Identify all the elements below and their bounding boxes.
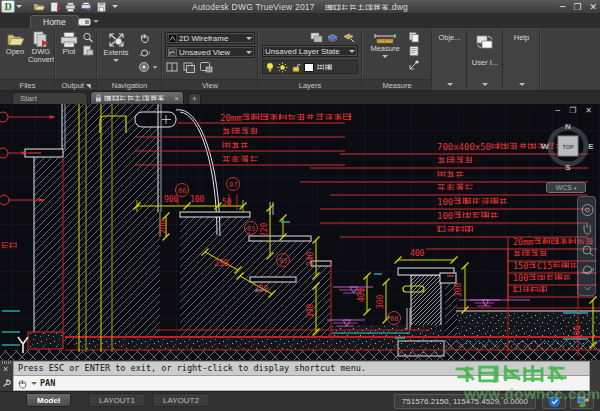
ucs-icon <box>16 335 32 355</box>
doc-minimize-icon[interactable]: ─ <box>555 106 560 115</box>
plot-button[interactable]: Plot <box>58 31 80 56</box>
ribbon-panel-user-interface[interactable]: User I... <box>467 28 503 90</box>
file-tab-start[interactable]: Start <box>12 92 88 104</box>
navigation-bar[interactable] <box>577 196 596 296</box>
orbit-icon[interactable] <box>138 47 151 59</box>
panel-label-measure[interactable]: Measure <box>362 79 432 90</box>
viewcube[interactable]: TOP N S E W <box>541 120 595 176</box>
user-interface-dropdown-icon[interactable] <box>482 83 488 86</box>
svg-text:m: m <box>236 113 241 123</box>
layout1-tab[interactable]: LAYOUT1 <box>88 393 146 407</box>
command-palette-rail[interactable]: × <box>0 360 13 391</box>
svg-text:0: 0 <box>573 325 582 330</box>
layer-dropdown[interactable] <box>262 60 358 74</box>
measure-button[interactable]: Measure <box>368 31 402 58</box>
open-button[interactable]: Open <box>3 31 27 56</box>
zoom-extents-button[interactable]: Extents <box>101 31 131 62</box>
pan-hand-icon <box>17 378 28 389</box>
viewcube-south[interactable]: S <box>565 163 571 172</box>
list-icon[interactable] <box>408 45 420 57</box>
window-title-app: Autodesk DWG TrueView 2017 <box>192 2 315 12</box>
navigation-wheel-icon[interactable] <box>138 61 151 73</box>
drawing-canvas[interactable]: 20mm700x400x5010010020mm150C151009001005… <box>0 104 600 360</box>
ribbon-style-icon <box>78 18 91 26</box>
layer-unlock-icon <box>291 62 301 73</box>
active-command-label: PAN <box>40 377 55 390</box>
ribbon-panel-view: 2D Wireframe Unsaved View Vie <box>162 28 258 90</box>
window-title-filename: .dwg <box>325 2 408 12</box>
nav-more-icon[interactable] <box>585 287 591 290</box>
help-panel-dropdown-icon[interactable] <box>519 83 525 86</box>
file-tab-drawing-label <box>104 94 165 103</box>
layer-properties-icon[interactable] <box>310 31 323 43</box>
join-viewport-icon[interactable] <box>199 61 213 73</box>
layer-state-dropdown[interactable]: Unsaved Layer State <box>262 45 358 57</box>
nav-wheel-icon[interactable] <box>582 205 593 216</box>
panel-label-view[interactable]: View <box>162 79 258 90</box>
svg-text:7: 7 <box>233 181 237 189</box>
nav-zoom-icon[interactable] <box>583 246 591 254</box>
extents-dropdown-icon[interactable] <box>113 59 119 62</box>
output-dialog-launcher-icon[interactable]: ◥ <box>86 83 91 89</box>
layout2-tab[interactable]: LAYOUT2 <box>152 393 210 407</box>
ribbon: Open DWG Convert Files <box>0 28 600 91</box>
named-view-dropdown[interactable]: Unsaved View <box>165 46 255 58</box>
id-point-icon[interactable] <box>408 59 420 71</box>
wheel-dropdown-icon[interactable] <box>153 66 158 68</box>
title-bar: D Autodesk DWG TrueView 2017.dwg <box>0 0 600 14</box>
layer-thaw-sun-icon <box>277 62 288 73</box>
nav-pan-icon[interactable] <box>584 223 591 234</box>
close-button[interactable]: ✕ <box>589 2 597 12</box>
ribbon-tab-home[interactable]: Home <box>30 15 79 28</box>
export-pdf-icon[interactable] <box>82 45 94 56</box>
wrench-icon[interactable] <box>2 379 11 388</box>
new-tab-button[interactable]: + <box>188 93 201 104</box>
panel-label-object: Obje... <box>432 33 467 42</box>
svg-text:0: 0 <box>174 195 179 204</box>
panel-label-output[interactable]: Output ◥ <box>55 79 97 90</box>
ribbon-options-button[interactable] <box>78 17 100 26</box>
ribbon-panel-help[interactable]: Help <box>503 28 540 90</box>
quick-select-icon[interactable] <box>408 31 420 43</box>
measure-dropdown-icon[interactable] <box>382 55 388 58</box>
named-viewport-icon[interactable] <box>182 61 195 73</box>
svg-text:0: 0 <box>260 222 269 227</box>
pan-icon[interactable] <box>138 32 151 44</box>
model-tab[interactable]: Model <box>26 393 71 407</box>
preview-icon[interactable] <box>82 32 94 43</box>
wcs-dropdown[interactable]: WCS ▾ <box>546 182 586 193</box>
ribbon-panel-object[interactable]: Obje... <box>432 28 467 90</box>
plot-icon <box>59 31 79 48</box>
svg-text:0: 0 <box>448 211 453 221</box>
svg-text:0: 0 <box>306 303 315 308</box>
document-window-controls: ─ ❐ ✕ <box>555 106 592 115</box>
svg-text:6: 6 <box>182 187 186 195</box>
command-options-arrow-icon[interactable] <box>31 382 37 385</box>
graphics-performance-button[interactable] <box>542 394 566 409</box>
command-close-icon[interactable]: × <box>3 365 8 374</box>
panel-label-files[interactable]: Files <box>0 79 55 90</box>
panel-label-layers[interactable]: Layers <box>258 79 362 90</box>
isolate-objects-button[interactable] <box>570 394 594 409</box>
visual-style-dropdown[interactable]: 2D Wireframe <box>165 32 255 44</box>
ribbon-panel-files: Open DWG Convert Files <box>0 28 55 90</box>
layer-isolate-icon[interactable] <box>342 31 355 43</box>
object-panel-dropdown-icon[interactable] <box>447 83 453 86</box>
svg-text:8: 8 <box>394 315 398 323</box>
doc-restore-icon[interactable]: ❐ <box>569 106 576 115</box>
command-input-line[interactable]: PAN <box>13 376 590 391</box>
file-tab-close-icon[interactable]: × <box>174 94 179 103</box>
dwg-convert-button[interactable]: DWG Convert <box>28 31 54 64</box>
file-tab-drawing[interactable]: × <box>90 91 184 104</box>
panel-label-navigation[interactable]: Navigation <box>97 79 162 90</box>
layer-state-icon[interactable] <box>326 31 339 43</box>
minimize-button[interactable]: ─ <box>560 2 565 12</box>
maximize-button[interactable]: ❐ <box>573 2 581 12</box>
viewport-config-icon[interactable] <box>166 61 179 73</box>
viewcube-west[interactable]: W <box>541 142 549 151</box>
viewcube-east[interactable]: E <box>588 142 594 151</box>
viewcube-north[interactable]: N <box>565 122 571 131</box>
svg-text:5: 5 <box>251 225 255 233</box>
doc-close-icon[interactable]: ✕ <box>585 106 592 115</box>
wcs-label: WCS <box>556 184 572 191</box>
